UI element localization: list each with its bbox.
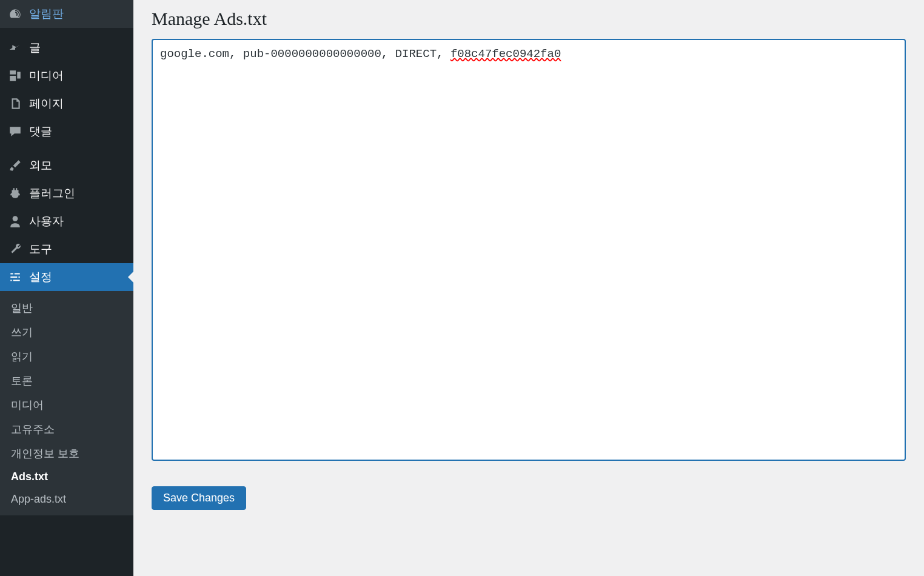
settings-submenu: 일반 쓰기 읽기 토론 미디어 고유주소 개인정보 보호 Ads.txt App… xyxy=(0,291,133,515)
sidebar-item-label: 글 xyxy=(29,40,41,56)
brush-icon xyxy=(7,158,23,173)
sidebar-item-posts[interactable]: 글 xyxy=(0,34,133,62)
submenu-item-privacy[interactable]: 개인정보 보호 xyxy=(0,441,133,466)
sidebar-item-dashboard[interactable]: 알림판 xyxy=(0,0,133,28)
pin-icon xyxy=(7,40,23,56)
submenu-item-media[interactable]: 미디어 xyxy=(0,393,133,417)
sidebar-item-plugins[interactable]: 플러그인 xyxy=(0,179,133,207)
submenu-item-reading[interactable]: 읽기 xyxy=(0,344,133,369)
sidebar-item-label: 알림판 xyxy=(29,6,64,22)
submenu-item-permalinks[interactable]: 고유주소 xyxy=(0,417,133,441)
user-icon xyxy=(7,213,23,229)
sidebar-item-label: 사용자 xyxy=(29,213,64,229)
save-changes-button[interactable]: Save Changes xyxy=(152,486,246,510)
separator xyxy=(0,146,133,152)
sidebar-item-media[interactable]: 미디어 xyxy=(0,62,133,90)
ads-txt-textarea[interactable]: google.com, pub-0000000000000000, DIRECT… xyxy=(152,39,906,461)
pages-icon xyxy=(7,96,23,112)
sidebar-item-label: 플러그인 xyxy=(29,186,75,201)
submenu-item-writing[interactable]: 쓰기 xyxy=(0,320,133,344)
media-icon xyxy=(7,68,23,84)
sidebar-item-label: 도구 xyxy=(29,241,52,257)
submenu-item-appadstxt[interactable]: App-ads.txt xyxy=(0,488,133,511)
comment-icon xyxy=(7,124,23,139)
sidebar-item-settings[interactable]: 설정 xyxy=(0,263,133,291)
sidebar-item-label: 페이지 xyxy=(29,96,64,112)
submenu-item-discussion[interactable]: 토론 xyxy=(0,369,133,393)
sidebar-item-tools[interactable]: 도구 xyxy=(0,235,133,263)
sidebar-item-users[interactable]: 사용자 xyxy=(0,207,133,235)
dashboard-icon xyxy=(7,6,23,22)
sidebar-item-label: 댓글 xyxy=(29,124,52,139)
submenu-item-adstxt[interactable]: Ads.txt xyxy=(0,466,133,488)
main-content: Manage Ads.txt google.com, pub-000000000… xyxy=(133,0,924,576)
sliders-icon xyxy=(7,269,23,285)
submenu-item-general[interactable]: 일반 xyxy=(0,296,133,320)
page-title: Manage Ads.txt xyxy=(152,8,906,29)
sidebar-item-label: 설정 xyxy=(29,269,52,285)
sidebar-item-label: 외모 xyxy=(29,158,52,173)
plugin-icon xyxy=(7,186,23,201)
separator xyxy=(0,28,133,34)
admin-sidebar: 알림판 글 미디어 페이지 댓글 외모 플러그인 xyxy=(0,0,133,576)
sidebar-item-comments[interactable]: 댓글 xyxy=(0,118,133,146)
sidebar-item-label: 미디어 xyxy=(29,68,64,84)
sidebar-item-pages[interactable]: 페이지 xyxy=(0,90,133,118)
sidebar-item-appearance[interactable]: 외모 xyxy=(0,152,133,179)
wrench-icon xyxy=(7,241,23,257)
